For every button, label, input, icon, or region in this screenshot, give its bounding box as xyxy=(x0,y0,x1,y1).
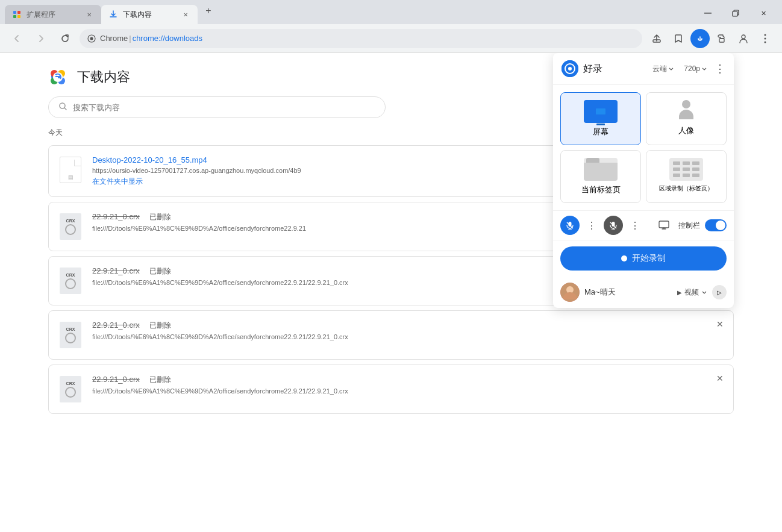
more-button[interactable] xyxy=(755,29,775,48)
address-chrome: Chrome xyxy=(100,34,128,43)
video-label: 视频 xyxy=(684,287,699,298)
close-button[interactable]: ✕ xyxy=(749,5,777,22)
file-name-deleted: 22.9.21_0.crx xyxy=(92,212,140,221)
new-tab-button[interactable]: + xyxy=(200,2,217,19)
svg-point-11 xyxy=(765,34,766,36)
svg-point-10 xyxy=(742,35,745,39)
mic2-button[interactable] xyxy=(604,216,623,235)
search-input[interactable] xyxy=(73,103,375,112)
person-mode-label: 人像 xyxy=(678,125,694,136)
mode-screen[interactable]: 屏幕 xyxy=(560,92,641,145)
svg-rect-4 xyxy=(704,13,712,14)
cloud-label: 云端 xyxy=(652,64,667,74)
popup-cloud-button[interactable]: 云端 xyxy=(652,64,674,74)
mic2-group xyxy=(604,216,623,235)
svg-rect-5 xyxy=(733,11,737,16)
mic2-more-button[interactable]: ⋮ xyxy=(628,217,642,234)
haolu-extension-button[interactable] xyxy=(690,29,710,48)
svg-point-13 xyxy=(765,41,766,43)
google-logo: G xyxy=(48,67,67,87)
screen-mode-label: 屏幕 xyxy=(593,127,608,137)
mic1-group xyxy=(560,216,580,235)
mic1-button[interactable] xyxy=(560,216,580,235)
mode-person[interactable]: 人像 xyxy=(646,92,727,145)
back-button[interactable] xyxy=(7,29,27,48)
file-name-deleted: 22.9.21_0.crx xyxy=(92,266,140,275)
browser-frame: 扩展程序 ✕ 下载内容 ✕ + ✕ xyxy=(0,0,782,532)
mic1-more-button[interactable]: ⋮ xyxy=(584,217,599,234)
search-bar[interactable] xyxy=(48,96,386,118)
file-icon: CRX xyxy=(58,375,83,404)
forward-button[interactable] xyxy=(31,29,51,48)
svg-rect-0 xyxy=(13,11,16,14)
user-action-button[interactable]: ▷ xyxy=(712,285,727,299)
extensions-button[interactable] xyxy=(712,29,731,48)
tab-downloads-close[interactable]: ✕ xyxy=(181,10,190,19)
deleted-badge: 已删除 xyxy=(149,266,171,277)
restore-button[interactable] xyxy=(722,5,749,22)
tab-extensions-close[interactable]: ✕ xyxy=(84,10,94,19)
tab-extensions[interactable]: 扩展程序 ✕ xyxy=(5,5,101,24)
file-name-deleted: 22.9.21_0.crx xyxy=(92,321,140,330)
file-icon: CRX xyxy=(58,321,83,349)
monitor-icon xyxy=(654,216,674,235)
tab-mode-icon xyxy=(584,158,618,181)
svg-rect-9 xyxy=(719,39,724,42)
file-url: file:///D:/tools/%E6%A1%8C%E9%9D%A2/offi… xyxy=(92,387,393,395)
tab-downloads-label: 下载内容 xyxy=(123,10,176,20)
remove-download-button[interactable]: ✕ xyxy=(714,372,726,384)
svg-rect-3 xyxy=(17,15,20,18)
page-content: G 下载内容 今天 xyxy=(0,53,782,532)
record-btn-label: 开始录制 xyxy=(632,253,666,264)
tab-extensions-label: 扩展程序 xyxy=(27,10,80,20)
minimize-button[interactable] xyxy=(694,5,722,22)
file-url: https://oursio-video-1257001727.cos.ap-g… xyxy=(92,167,393,174)
svg-rect-33 xyxy=(659,221,669,228)
popup-brand: 好录 xyxy=(583,63,648,75)
popup-logo xyxy=(561,60,578,77)
deleted-badge: 已删除 xyxy=(149,375,171,385)
user-avatar xyxy=(560,283,580,302)
popup-more-button[interactable]: ⋮ xyxy=(715,62,725,75)
address-bar[interactable]: Chrome | chrome://downloads xyxy=(80,29,642,48)
file-icon: CRX xyxy=(58,212,83,241)
mode-region[interactable]: 区域录制（标签页） xyxy=(646,150,727,203)
file-url: file:///D:/tools/%E6%A1%8C%E9%9D%A2/offi… xyxy=(92,279,393,286)
crx-icon: CRX xyxy=(60,268,81,294)
svg-point-12 xyxy=(765,37,766,39)
controls-row: ⋮ ⋮ 控制栏 xyxy=(553,210,734,240)
video-button[interactable]: ▶ 视频 xyxy=(677,287,707,298)
user-row: Ma~晴天 ▶ 视频 ▷ xyxy=(553,277,734,308)
page-title: 下载内容 xyxy=(77,68,130,86)
downloads-favicon xyxy=(108,10,118,19)
show-in-folder-link[interactable]: 在文件夹中显示 xyxy=(92,177,143,186)
file-name-deleted: 22.9.21_0.crx xyxy=(92,375,140,384)
svg-rect-1 xyxy=(17,11,20,14)
svg-point-24 xyxy=(568,67,572,70)
popup-quality-button[interactable]: 720p xyxy=(684,64,707,73)
download-item: CRX 22.9.21_0.crx 已删除 file:///D:/tools/%… xyxy=(48,310,734,360)
file-icon: CRX xyxy=(58,266,83,295)
site-info-icon[interactable] xyxy=(87,34,96,43)
profile-button[interactable] xyxy=(734,29,753,48)
control-bar-toggle[interactable] xyxy=(705,219,727,231)
mode-tab[interactable]: 当前标签页 xyxy=(560,150,641,203)
toggle-knob xyxy=(716,221,725,230)
address-separator: | xyxy=(129,34,131,43)
file-info: 22.9.21_0.crx 已删除 file:///D:/tools/%E6%A… xyxy=(92,375,724,397)
extensions-favicon xyxy=(12,10,22,19)
tab-downloads[interactable]: 下载内容 ✕ xyxy=(101,5,198,24)
search-icon xyxy=(58,102,68,113)
reload-button[interactable] xyxy=(55,29,75,48)
user-name: Ma~晴天 xyxy=(584,287,672,298)
remove-download-button[interactable]: ✕ xyxy=(714,318,726,330)
title-bar: 扩展程序 ✕ 下载内容 ✕ + ✕ xyxy=(0,0,782,24)
start-record-button[interactable]: 开始录制 xyxy=(560,246,727,271)
control-bar-label: 控制栏 xyxy=(678,221,700,231)
bookmark-button[interactable] xyxy=(669,29,688,48)
file-url: file:///D:/tools/%E6%A1%8C%E9%9D%A2/offi… xyxy=(92,333,393,340)
crx-icon: CRX xyxy=(60,376,81,402)
file-info: 22.9.21_0.crx 已删除 file:///D:/tools/%E6%A… xyxy=(92,321,724,343)
share-button[interactable] xyxy=(647,29,666,48)
crx-icon: CRX xyxy=(60,322,81,348)
